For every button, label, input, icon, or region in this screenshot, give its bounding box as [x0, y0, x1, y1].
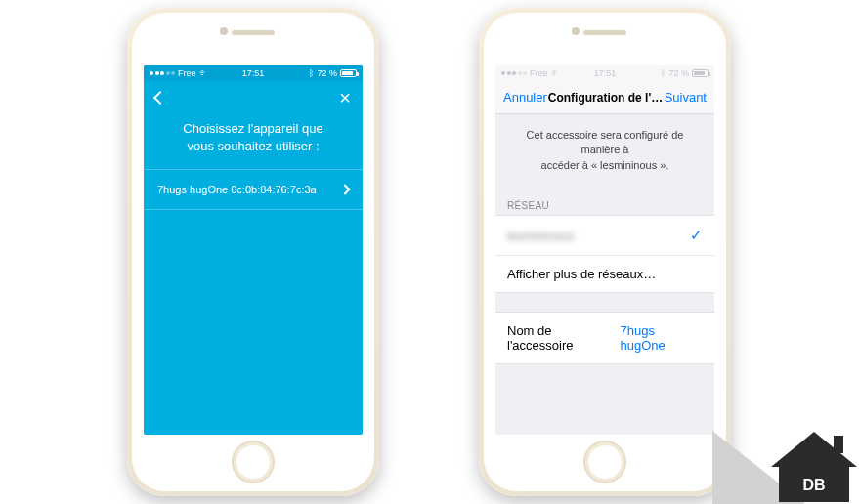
status-bar: Free ᯤ 17:51 ᛒ 72 % [144, 65, 363, 81]
clock-label: 17:51 [242, 68, 265, 78]
app-screen-left: Free ᯤ 17:51 ᛒ 72 % × Choisissez l'appar… [144, 65, 363, 435]
accessory-label: Nom de l'accessoire [507, 323, 621, 353]
battery-icon [692, 69, 709, 77]
back-button[interactable] [153, 91, 167, 105]
app-screen-right: Free ᯤ 17:51 ᛒ 72 % Annuler Configuratio… [495, 65, 714, 435]
accessory-value: 7hugs hugOne [621, 323, 703, 353]
next-button[interactable]: Suivant [665, 90, 707, 105]
phone-speaker [583, 30, 626, 35]
clock-label: 17:51 [594, 68, 617, 78]
signal-dots-icon [501, 71, 527, 75]
watermark-logo: DB [712, 387, 859, 504]
wifi-icon: ᯤ [551, 68, 560, 78]
watermark-text: DB [802, 477, 825, 494]
phone-speaker [232, 30, 275, 35]
cancel-button[interactable]: Annuler [503, 90, 547, 105]
close-button[interactable]: × [339, 88, 351, 107]
carrier-label: Free [178, 68, 196, 78]
show-more-networks-row[interactable]: Afficher plus de réseaux… [495, 255, 714, 293]
section-header-network: RÉSEAU [495, 196, 714, 215]
nav-bar: Annuler Configuration de l'acces… Suivan… [495, 81, 714, 114]
device-name-label: 7hugs hugOne 6c:0b:84:76:7c:3a [157, 184, 317, 195]
device-list-item[interactable]: 7hugs hugOne 6c:0b:84:76:7c:3a [144, 169, 363, 210]
nav-bar: × [144, 81, 363, 114]
status-bar: Free ᯤ 17:51 ᛒ 72 % [495, 65, 714, 81]
accessory-name-row[interactable]: Nom de l'accessoire 7hugs hugOne [495, 312, 714, 364]
battery-icon [340, 69, 357, 77]
show-more-label: Afficher plus de réseaux… [507, 267, 656, 281]
checkmark-icon: ✓ [690, 227, 703, 244]
bluetooth-icon: ᛒ [661, 68, 666, 78]
config-message: Cet accessoire sera configuré de manière… [495, 114, 714, 196]
bluetooth-icon: ᛒ [309, 68, 314, 78]
network-name-label: lesmininous [507, 229, 575, 243]
battery-pct-label: 72 % [668, 68, 689, 78]
phone-device-right: Free ᯤ 17:51 ᛒ 72 % Annuler Configuratio… [479, 8, 731, 496]
chevron-right-icon [339, 185, 350, 195]
page-title: Configuration de l'acces… [548, 91, 664, 105]
battery-pct-label: 72 % [317, 68, 337, 78]
instruction-text: Choisissez l'appareil que vous souhaitez… [144, 114, 363, 169]
phone-camera [572, 27, 580, 35]
carrier-label: Free [530, 68, 548, 78]
signal-dots-icon [150, 71, 175, 75]
home-button[interactable] [232, 441, 275, 483]
wifi-icon: ᯤ [199, 68, 208, 78]
phone-camera [220, 27, 228, 35]
home-button[interactable] [583, 441, 626, 483]
network-row-selected[interactable]: lesmininous ✓ [495, 215, 714, 256]
phone-device-left: Free ᯤ 17:51 ᛒ 72 % × Choisissez l'appar… [127, 8, 379, 496]
